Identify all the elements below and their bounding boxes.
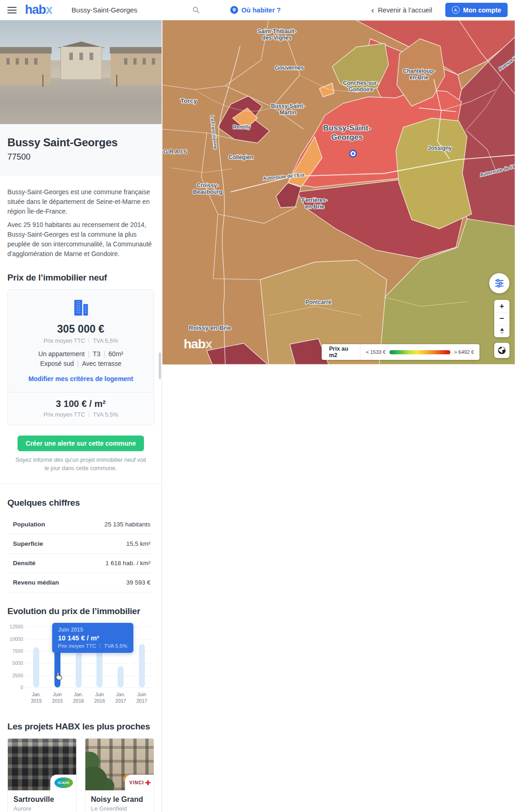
criteria-item: T3 <box>93 350 100 358</box>
y-tick-label: 5000 <box>7 660 23 666</box>
postcode: 77500 <box>7 152 154 162</box>
price-per-sqm: 3 100 € / m² <box>12 399 149 409</box>
chart-bar[interactable] <box>33 647 39 688</box>
project-card-body: SartrouvilleAurore3 500 € / m2(prix moye… <box>8 790 76 812</box>
section-divider <box>0 484 162 484</box>
map-filter-button[interactable] <box>489 273 509 293</box>
stat-value: 1 618 hab. / km² <box>105 560 150 567</box>
chart-gridline <box>26 687 153 688</box>
legend-title: Prix au m2 <box>322 346 360 358</box>
developer-badge: VINCI <box>125 775 154 790</box>
project-card[interactable]: VINCINoisy le GrandLe Greenfield4 200 € … <box>85 738 154 812</box>
map-place-label: Jossigny <box>428 145 452 151</box>
vinci-mark-icon <box>145 780 150 785</box>
map-place-label: Collégien <box>228 154 253 161</box>
map-place-label: Rentilly <box>233 124 251 130</box>
map-place-label: Bussy-Saint-Martin <box>271 103 305 116</box>
x-tick-label: Juin2017 <box>131 691 152 704</box>
map-canvas[interactable]: Saint-Thibault-des-VignesGouvernesConche… <box>162 20 515 364</box>
compass-icon <box>500 328 504 334</box>
menu-icon[interactable] <box>7 7 17 13</box>
tooltip-caption: Prix moyen TTCTVA 5,5% <box>58 643 127 649</box>
sliders-icon <box>494 278 504 288</box>
y-tick-label: 10000 <box>7 636 23 642</box>
price-card: 305 000 € Prix moyen TTCTVA 5,5% Un appa… <box>7 289 154 425</box>
average-price: 305 000 € <box>12 323 149 335</box>
legend-max: > 6492 € <box>454 349 474 355</box>
stat-row: Revenu médian39 593 € <box>7 573 154 592</box>
account-button[interactable]: A Mon compte <box>445 3 508 17</box>
search-field[interactable] <box>71 6 209 14</box>
stat-value: 15,5 km² <box>126 540 150 547</box>
vinci-logo: VINCI <box>129 777 150 788</box>
criteria-item: Avec terrasse <box>82 360 121 367</box>
habx-logo[interactable]: habx <box>25 4 52 16</box>
y-tick-label: 0 <box>7 685 23 690</box>
chart-bar[interactable] <box>118 666 124 687</box>
project-name: Le Greenfield <box>91 805 148 812</box>
avatar-icon: A <box>452 6 460 14</box>
map-layers-button[interactable] <box>494 343 509 358</box>
section-title-prices: Prix de l’immobilier neuf <box>7 273 154 283</box>
city-description: Bussy-Saint-Georges est une commune fran… <box>0 175 162 259</box>
x-tick-label: Juin2016 <box>89 691 110 704</box>
stat-label: Superficie <box>13 540 43 547</box>
modify-criteria-link[interactable]: Modifier mes critères de logement <box>25 375 136 383</box>
section-title-chart: Evolution du prix de l’immobilier <box>7 606 154 616</box>
map-place-label: Croissy-Beaubourg <box>193 182 222 195</box>
y-tick-label: 12500 <box>7 624 23 629</box>
project-city: Noisy le Grand <box>91 795 148 804</box>
stat-label: Population <box>13 521 45 528</box>
map-place-label: Ferrières-en-Brie <box>302 197 327 210</box>
x-tick-label: Jan.2016 <box>68 691 89 704</box>
stat-row: Superficie15,5 km² <box>7 534 154 554</box>
zoom-out-button[interactable]: − <box>494 312 509 325</box>
project-name: Aurore <box>13 805 71 812</box>
chart-gridline <box>26 675 153 676</box>
create-alert-button[interactable]: Créer une alerte sur cette commune <box>18 436 144 451</box>
chart-bar[interactable] <box>76 652 82 687</box>
y-tick-label: 7500 <box>7 648 23 654</box>
stat-row: Population25 135 habitants <box>7 514 154 534</box>
stat-row: Densité1 618 hab. / km² <box>7 554 154 573</box>
location-pin-icon <box>230 6 238 14</box>
stat-label: Revenu médian <box>13 579 59 586</box>
panel-scrollbar[interactable] <box>159 352 161 379</box>
map-place-label: Torcy <box>180 97 197 104</box>
x-tick-label: Juin2015 <box>47 691 68 704</box>
map-zoom-controls: + − <box>494 300 509 337</box>
header: habx Où habiter ? ‹ Revenir à l’accueil … <box>0 0 515 20</box>
project-photo: ICADE <box>8 739 76 790</box>
globe-icon <box>497 346 506 355</box>
search-input[interactable] <box>71 6 192 14</box>
section-title-stats: Quelques chiffres <box>7 498 154 508</box>
project-city: Sartrouville <box>13 795 71 804</box>
price-evolution-chart[interactable]: 12500100007500500025000Jan.2015Juin2015J… <box>7 623 154 705</box>
description-paragraph: Avec 25 910 habitants au recensement de … <box>7 220 154 259</box>
sqm-caption: Prix moyen TTCTVA 5,5% <box>12 412 149 418</box>
back-to-home-link[interactable]: ‹ Revenir à l’accueil <box>369 5 435 15</box>
chart-gridline <box>26 663 153 663</box>
legend-gradient-bar <box>389 350 450 354</box>
project-card[interactable]: ICADESartrouvilleAurore3 500 € / m2(prix… <box>7 738 77 812</box>
project-card-body: Noisy le GrandLe Greenfield4 200 € / m2(… <box>85 790 154 812</box>
city-title-block: Bussy Saint-Georges 77500 <box>0 124 162 175</box>
map-legend: Prix au m2 < 1533 € > 6492 € <box>322 344 479 360</box>
description-paragraph: Bussy-Saint-Georges est une commune fran… <box>7 187 154 216</box>
chevron-left-icon: ‹ <box>371 6 374 14</box>
city-photo <box>0 20 162 124</box>
compass-button[interactable] <box>494 325 509 337</box>
city-panel: Bussy Saint-Georges 77500 Bussy-Saint-Ge… <box>0 20 162 812</box>
tooltip-date: Juin 2015 <box>58 627 127 633</box>
nav-ou-habiter[interactable]: Où habiter ? <box>228 6 283 14</box>
map-marker[interactable] <box>350 150 356 157</box>
cursor-hand-icon <box>55 672 63 682</box>
price-map[interactable]: Saint-Thibault-des-VignesGouvernesConche… <box>162 20 515 364</box>
project-cards: ICADESartrouvilleAurore3 500 € / m2(prix… <box>7 738 154 812</box>
developer-badge: ICADE <box>50 775 76 790</box>
zoom-in-button[interactable]: + <box>494 300 509 312</box>
search-icon[interactable] <box>192 6 200 14</box>
chart-bar[interactable] <box>139 644 145 687</box>
map-place-label: La Francilienne <box>210 115 218 150</box>
criteria-item: Un appartement <box>38 350 84 358</box>
